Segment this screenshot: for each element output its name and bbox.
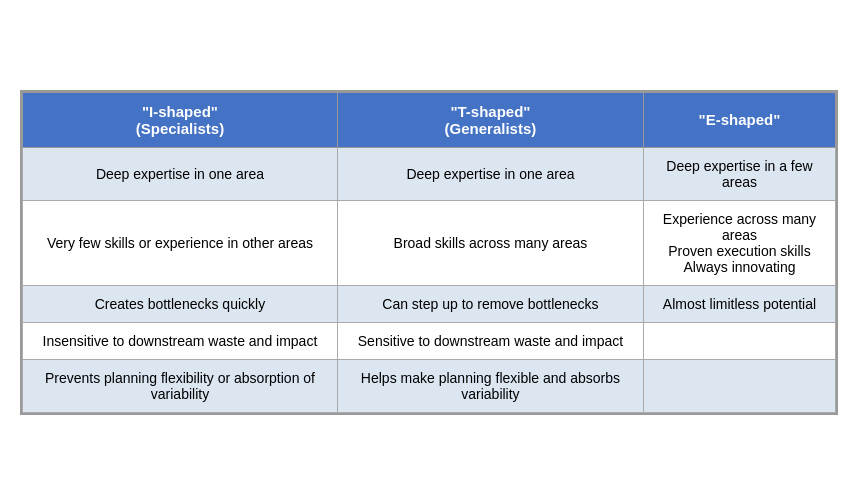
comparison-table-wrapper: "I-shaped"(Specialists)"T-shaped"(Genera… — [20, 90, 838, 415]
table-row: Creates bottlenecks quicklyCan step up t… — [23, 285, 836, 322]
table-cell: Prevents planning flexibility or absorpt… — [23, 359, 338, 412]
table-body: Deep expertise in one areaDeep expertise… — [23, 147, 836, 412]
table-cell: Deep expertise in a few areas — [643, 147, 835, 200]
table-cell: Broad skills across many areas — [337, 200, 643, 285]
table-row: Prevents planning flexibility or absorpt… — [23, 359, 836, 412]
table-cell: Very few skills or experience in other a… — [23, 200, 338, 285]
table-header-row: "I-shaped"(Specialists)"T-shaped"(Genera… — [23, 92, 836, 147]
comparison-table: "I-shaped"(Specialists)"T-shaped"(Genera… — [22, 92, 836, 413]
col-t-header: "T-shaped"(Generalists) — [337, 92, 643, 147]
table-row: Very few skills or experience in other a… — [23, 200, 836, 285]
table-cell: Can step up to remove bottlenecks — [337, 285, 643, 322]
table-cell: Helps make planning flexible and absorbs… — [337, 359, 643, 412]
table-cell — [643, 322, 835, 359]
table-cell: Creates bottlenecks quickly — [23, 285, 338, 322]
table-cell: Insensitive to downstream waste and impa… — [23, 322, 338, 359]
table-row: Deep expertise in one areaDeep expertise… — [23, 147, 836, 200]
table-cell: Deep expertise in one area — [337, 147, 643, 200]
table-cell: Almost limitless potential — [643, 285, 835, 322]
col-i-header: "I-shaped"(Specialists) — [23, 92, 338, 147]
table-cell: Experience across many areasProven execu… — [643, 200, 835, 285]
table-row: Insensitive to downstream waste and impa… — [23, 322, 836, 359]
col-e-header: "E-shaped" — [643, 92, 835, 147]
table-cell: Deep expertise in one area — [23, 147, 338, 200]
table-cell: Sensitive to downstream waste and impact — [337, 322, 643, 359]
table-cell — [643, 359, 835, 412]
